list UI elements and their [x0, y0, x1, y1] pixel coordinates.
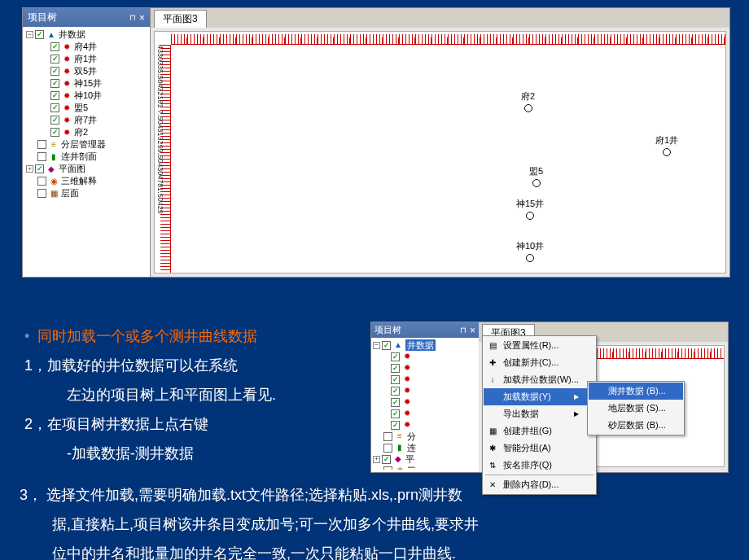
tree-title: 项目树 [28, 11, 57, 24]
well-icon: ✹ [61, 66, 72, 77]
well-icon: ✹ [61, 54, 72, 65]
submenu-item[interactable]: 地层数据 (S)... [589, 400, 683, 417]
tree-well-item[interactable]: ✹府1井 [26, 53, 147, 65]
collapse-icon[interactable]: − [26, 31, 33, 38]
ruler-horizontal [171, 32, 725, 45]
profile-icon: ▮ [48, 151, 59, 163]
tree-well-item[interactable]: ✹府2 [26, 126, 147, 138]
context-menu-item[interactable]: 导出数据▶ [484, 405, 595, 422]
bullet-icon: • [24, 322, 29, 351]
well-icon: ✹ [61, 115, 72, 126]
instructions-text: • 同时加载一个或多个测井曲线数据 1，加载好的井位数据可以在系统 左边的项目树… [24, 322, 276, 468]
well-circle-icon [663, 148, 671, 156]
well-icon: ✹ [61, 42, 72, 53]
bs-root[interactable]: − ▲ 井数据 [373, 339, 477, 351]
tree-well-item[interactable]: ✹府7井 [26, 114, 147, 126]
context-menu-item[interactable]: 加载数据(Y)▶ [484, 388, 595, 405]
context-menu-item[interactable]: ✚创建新井(C)... [484, 354, 595, 371]
well-circle-icon [526, 254, 534, 262]
context-menu-item[interactable]: ✱智能分组(A) [484, 440, 595, 457]
bs-tree-title: 项目树 [374, 324, 401, 336]
context-submenu[interactable]: 测井数据 (B)...地层数据 (S)...砂层数据 (B)... [587, 381, 685, 435]
plan-canvas[interactable]: 府2府1井盟5神15井神10井 [171, 45, 725, 273]
instruction-3: 3， 选择文件加载,需要明确加载.txt文件路径;选择粘贴.xls,.prn测井… [20, 480, 479, 560]
tree-well-item[interactable]: ✹神15井 [26, 77, 147, 90]
context-menu-item[interactable]: ✕删除内容(D)... [484, 476, 595, 493]
context-menu-item[interactable]: ↓加载井位数据(W)... [484, 371, 595, 388]
map-well-marker[interactable]: 神10井 [516, 240, 544, 262]
3d-icon: ◉ [48, 176, 59, 187]
well-data-icon: ▲ [46, 29, 57, 41]
map-well-marker[interactable]: 府2 [521, 90, 535, 112]
well-circle-icon [526, 212, 534, 220]
well-circle-icon [532, 179, 541, 187]
map-well-marker[interactable]: 府1井 [655, 134, 678, 156]
tree-root[interactable]: − ▲ 井数据 [26, 28, 147, 41]
well-circle-icon [524, 104, 532, 112]
context-menu-item[interactable]: ⇅按名排序(Q) [484, 457, 595, 474]
context-menu-item[interactable]: ▦创建井组(G) [484, 422, 595, 440]
tree-well-item[interactable]: ✹双5井 [26, 65, 147, 77]
context-menu-item[interactable]: ▤设置属性(R)... [484, 337, 595, 354]
checkbox[interactable] [35, 30, 44, 39]
tree-well-item[interactable]: ✹盟5 [26, 102, 147, 114]
surface-icon: ▦ [48, 188, 59, 199]
tree-root-label: 井数据 [59, 28, 85, 41]
plan-panel: 平面图3 4330335.50432181 7.504313299.504304… [151, 7, 730, 278]
pin-icon[interactable]: ⊓ [460, 326, 466, 335]
well-icon: ✹ [61, 90, 72, 102]
tree-well-item[interactable]: ✹府4井 [26, 41, 147, 53]
pin-icon[interactable]: ⊓ [129, 13, 136, 22]
close-icon[interactable]: × [470, 325, 475, 336]
submenu-item[interactable]: 砂层数据 (B)... [589, 417, 683, 434]
well-icon: ✹ [61, 127, 72, 138]
tree-item[interactable]: ▦层面 [26, 187, 147, 199]
plan-view[interactable]: 4330335.50432181 7.504313299.504304781.5… [154, 31, 726, 273]
plane-icon: ◆ [46, 164, 57, 175]
project-tree-panel: 项目树 ⊓ × − ▲ 井数据 ✹府4井✹府1井✹双5井✹神15井✹神10井✹盟… [22, 7, 151, 278]
top-screenshot: 项目树 ⊓ × − ▲ 井数据 ✹府4井✹府1井✹双5井✹神15井✹神10井✹盟… [22, 7, 730, 278]
tab-plan-view[interactable]: 平面图3 [154, 10, 207, 28]
layer-icon: ≡ [48, 139, 59, 151]
well-icon: ✹ [61, 78, 72, 90]
well-icon: ✹ [61, 103, 72, 114]
tree-well-item[interactable]: ✹神10井 [26, 90, 147, 102]
map-well-marker[interactable]: 盟5 [529, 165, 543, 187]
tree-item[interactable]: +◆平面图 [26, 163, 147, 175]
ruler-vertical: 4330335.50432181 7.504313299.504304781.5… [155, 45, 171, 273]
map-well-marker[interactable]: 神15井 [516, 198, 544, 220]
context-menu[interactable]: ▤设置属性(R)...✚创建新井(C)...↓加载井位数据(W)...加载数据(… [482, 335, 597, 495]
submenu-item[interactable]: 测井数据 (B)... [589, 383, 683, 400]
tree-item[interactable]: ▮连井剖面 [26, 151, 147, 163]
tree-item[interactable]: ≡分层管理器 [26, 138, 147, 151]
close-icon[interactable]: × [139, 12, 145, 24]
bottom-screenshot: 项目树 ⊓ × − ▲ 井数据 ✹✹✹✹✹✹✹ ≡分▮连+◆平◉三▦层面 平面图… [370, 322, 729, 473]
tree-content: − ▲ 井数据 ✹府4井✹府1井✹双5井✹神15井✹神10井✹盟5✹府7井✹府2… [23, 27, 150, 276]
tree-item[interactable]: ◉三维解释 [26, 175, 147, 187]
